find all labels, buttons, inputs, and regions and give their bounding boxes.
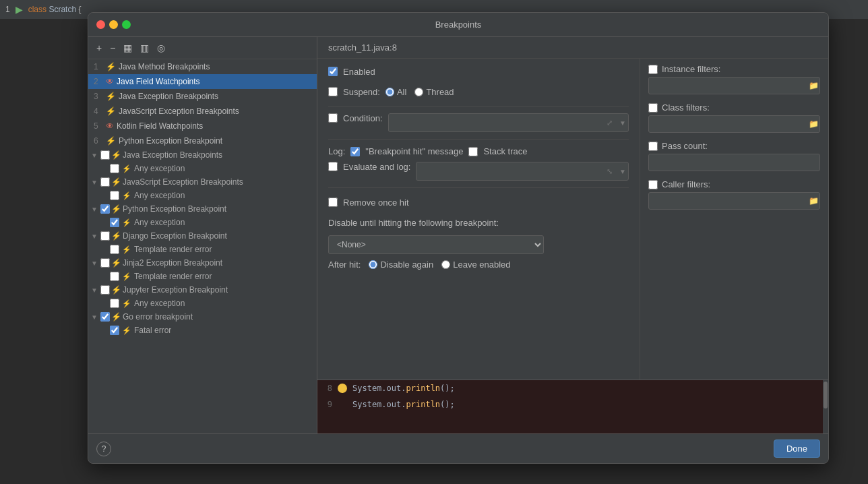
condition-checkbox[interactable] (328, 113, 338, 123)
instance-filters-input[interactable] (648, 77, 820, 94)
class-filters-folder-button[interactable]: 📁 (809, 119, 819, 129)
caller-filters-folder-button[interactable]: 📁 (809, 196, 819, 206)
dialog-body: + − ▦ ▥ ◎ 1 ⚡ Java Method Breakpoints 2 … (88, 37, 828, 433)
condition-dropdown-button[interactable]: ▼ (619, 119, 626, 127)
disable-again-option: Disable again (369, 260, 433, 270)
bp-item-kotlin-field[interactable]: 5 👁 Kotlin Field Watchpoints (88, 119, 317, 133)
group-checkbox-jinja2-exception[interactable] (100, 258, 110, 268)
log-message-checkbox[interactable] (350, 147, 360, 156)
sub-checkbox-js-any[interactable] (110, 191, 119, 200)
sub-item-java-any[interactable]: ⚡ Any exception (88, 162, 317, 175)
bp-label-java-method: Java Method Breakpoints (119, 62, 311, 71)
chevron-icon-python: ▼ (91, 206, 99, 213)
sub-item-jupyter-any[interactable]: ⚡ Any exception (88, 297, 317, 310)
add-breakpoint-button[interactable]: + (94, 41, 104, 55)
bp-label-kotlin-field: Kotlin Field Watchpoints (117, 121, 311, 131)
suspend-thread-radio[interactable] (414, 88, 423, 96)
class-filters-checkbox[interactable] (648, 103, 658, 113)
group-checkbox-django-exception[interactable] (100, 231, 110, 241)
sub-item-jinja2-template[interactable]: ⚡ Template render error (88, 270, 317, 283)
group-jupyter-exception[interactable]: ▼ ⚡ Jupyter Exception Breakpoint (88, 283, 317, 297)
group-icon-jinja2: ⚡ (111, 258, 121, 268)
instance-filters-label: Instance filters: (662, 64, 720, 74)
sub-item-python-any[interactable]: ⚡ Any exception (88, 216, 317, 229)
suspend-checkbox[interactable] (328, 87, 338, 96)
group-icon-django: ⚡ (111, 231, 121, 241)
group-js-exception[interactable]: ▼ ⚡ JavaScript Exception Breakpoints (88, 175, 317, 189)
field-icon: 👁 (106, 77, 114, 86)
group-jinja2-exception[interactable]: ▼ ⚡ Jinja2 Exception Breakpoint (88, 256, 317, 270)
maximize-button[interactable] (122, 20, 131, 29)
group-checkbox-java-exception[interactable] (100, 150, 110, 160)
breakpoint-select[interactable]: <None> (328, 235, 544, 254)
sub-checkbox-jinja2-template[interactable] (110, 272, 119, 281)
close-button[interactable] (96, 20, 105, 29)
sub-checkbox-java-any[interactable] (110, 164, 119, 173)
sub-item-django-template[interactable]: ⚡ Template render error (88, 243, 317, 256)
suspend-all-radio[interactable] (385, 88, 394, 96)
instance-filters-section: Instance filters: 📁 (648, 64, 820, 94)
caller-filters-section: Caller filters: 📁 (648, 179, 820, 210)
caller-filters-checkbox[interactable] (648, 180, 658, 189)
sub-item-go-fatal[interactable]: ⚡ Fatal error (88, 324, 317, 337)
bp-label-js-exception: JavaScript Exception Breakpoints (119, 107, 311, 116)
group-checkbox-js-exception[interactable] (100, 177, 110, 187)
pass-count-checkbox[interactable] (648, 142, 658, 151)
evaluate-dropdown-button[interactable]: ▼ (619, 168, 626, 175)
bp-item-js-exception[interactable]: 4 ⚡ JavaScript Exception Breakpoints (88, 104, 317, 119)
stack-trace-checkbox[interactable] (468, 147, 478, 156)
view1-button[interactable]: ▦ (121, 41, 135, 55)
bp-item-java-method[interactable]: 1 ⚡ Java Method Breakpoints (88, 59, 317, 74)
after-hit-row: After hit: Disable again Leave enabled (328, 260, 629, 270)
view3-button[interactable]: ◎ (154, 41, 168, 55)
group-checkbox-python-exception[interactable] (100, 204, 110, 214)
done-button[interactable]: Done (774, 440, 820, 458)
minimize-button[interactable] (109, 20, 118, 29)
evaluate-expand-button[interactable]: ⤡ (607, 167, 613, 176)
group-go-error[interactable]: ▼ ⚡ Go error breakpoint (88, 310, 317, 324)
evaluate-input[interactable] (416, 162, 629, 181)
right-panel: scratch_11.java:8 Enabled Suspend: (317, 37, 828, 433)
python-icon: ⚡ (106, 136, 116, 146)
code-area: 8 System.out.println(); 9 System.out.pri… (317, 380, 828, 433)
remove-once-hit-checkbox[interactable] (328, 198, 338, 207)
group-checkbox-go-error[interactable] (100, 312, 110, 322)
group-java-exception[interactable]: ▼ ⚡ Java Exception Breakpoints (88, 148, 317, 162)
group-icon-jupyter: ⚡ (111, 285, 121, 295)
bp-item-java-field[interactable]: 2 👁 Java Field Watchpoints (88, 74, 317, 89)
log-message-label: "Breakpoint hit" message (365, 146, 463, 156)
sub-item-js-any[interactable]: ⚡ Any exception (88, 189, 317, 202)
enabled-checkbox[interactable] (328, 67, 338, 76)
suspend-all-option: All (385, 87, 406, 97)
group-python-exception[interactable]: ▼ ⚡ Python Exception Breakpoint (88, 202, 317, 216)
instance-filters-folder-button[interactable]: 📁 (809, 81, 819, 90)
sub-checkbox-jupyter-any[interactable] (110, 299, 119, 308)
view2-button[interactable]: ▥ (137, 41, 152, 55)
group-label-jupyter-exception: Jupyter Exception Breakpoint (123, 285, 314, 295)
condition-input[interactable] (388, 113, 629, 132)
pass-count-input[interactable] (648, 154, 820, 171)
evaluate-checkbox[interactable] (328, 162, 338, 171)
instance-filters-checkbox[interactable] (648, 65, 658, 74)
group-checkbox-jupyter-exception[interactable] (100, 285, 110, 295)
code-scrollbar[interactable] (823, 380, 828, 433)
sub-checkbox-django-template[interactable] (110, 245, 119, 254)
leave-enabled-radio[interactable] (441, 260, 450, 269)
remove-breakpoint-button[interactable]: − (107, 41, 118, 55)
enabled-label: Enabled (343, 67, 375, 77)
exception-icon-3: ⚡ (106, 92, 116, 101)
class-filters-input[interactable] (648, 115, 820, 133)
caller-filters-input[interactable] (648, 192, 820, 210)
remove-once-hit-label: Remove once hit (343, 198, 409, 208)
bp-item-java-exception[interactable]: 3 ⚡ Java Exception Breakpoints (88, 89, 317, 104)
bp-num-2: 2 (94, 77, 103, 86)
pass-count-row: Pass count: (648, 141, 820, 151)
help-button[interactable]: ? (96, 442, 111, 456)
sub-checkbox-python-any[interactable] (110, 218, 119, 227)
condition-expand-button[interactable]: ⤢ (607, 119, 613, 127)
bp-item-python-exception[interactable]: 6 ⚡ Python Exception Breakpoint (88, 133, 317, 148)
disable-again-radio[interactable] (369, 260, 377, 269)
group-django-exception[interactable]: ▼ ⚡ Django Exception Breakpoint (88, 229, 317, 243)
sub-checkbox-go-fatal[interactable] (110, 326, 119, 335)
enabled-row: Enabled (328, 64, 629, 79)
